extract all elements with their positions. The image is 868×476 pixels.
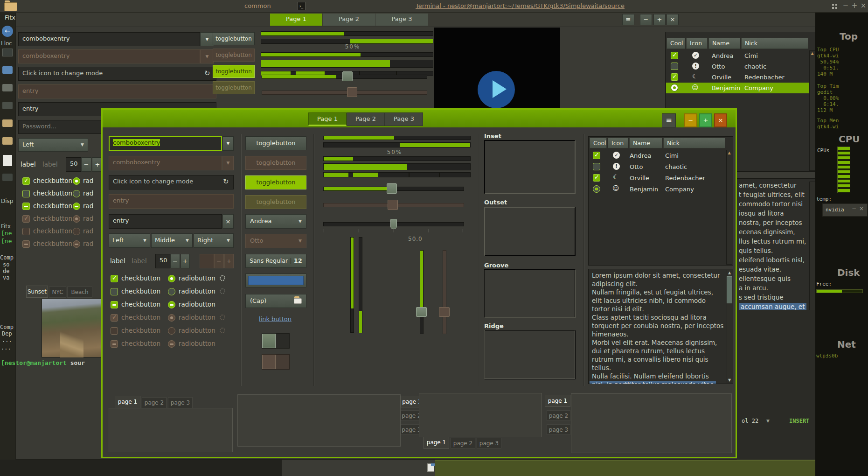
tree-name-2[interactable]: Orville	[630, 175, 649, 182]
radio-indeterminate[interactable]	[168, 301, 175, 308]
fg-combobox-andrea[interactable]: Andrea▼	[245, 214, 306, 229]
text-scrollbar-thumb[interactable]	[727, 276, 732, 303]
bg-tree-header-name[interactable]: Name	[708, 38, 740, 49]
fg-menu-button[interactable]: ≡	[662, 113, 676, 127]
tree-check-1[interactable]	[593, 163, 600, 170]
folder-icon[interactable]	[4, 2, 17, 11]
panel-minimize-icon[interactable]: −	[842, 1, 849, 10]
tree-scrollbar[interactable]	[726, 150, 732, 265]
bg-tree-check-1[interactable]	[671, 63, 678, 70]
sidebar-icon-device[interactable]	[2, 102, 13, 109]
bg-combobox-left[interactable]: Left▼	[18, 138, 88, 152]
bg-tree-scrollbar[interactable]	[809, 50, 815, 171]
switch-handle[interactable]	[262, 334, 276, 348]
notebook4-tab-page3[interactable]: page 3	[547, 424, 570, 435]
scroll-up-icon[interactable]: ▲	[726, 150, 732, 156]
bg-maximize-button[interactable]: +	[653, 14, 666, 25]
workspace-grid-icon[interactable]	[832, 4, 834, 6]
checkbox-indeterminate[interactable]	[22, 203, 30, 210]
radio-unselected[interactable]	[73, 190, 80, 197]
bg-comboboxentry-dropdown[interactable]: ▼	[200, 32, 214, 46]
scroll-down-icon[interactable]: ▼	[727, 378, 732, 383]
fg-spin-plus-button[interactable]: +	[181, 254, 190, 268]
vscale-trough[interactable]	[420, 250, 424, 334]
color-swatch[interactable]	[248, 276, 304, 285]
radio-unselected[interactable]	[168, 288, 175, 295]
scroll-up-icon[interactable]: ▲	[727, 270, 732, 276]
hscale-marks-handle[interactable]	[390, 219, 397, 229]
bg-text-scrollbar[interactable]	[809, 182, 815, 313]
bg-spin-minus-button[interactable]: −	[81, 157, 91, 172]
fg-togglebutton[interactable]: togglebutton	[245, 136, 306, 150]
fg-icon-mode-entry[interactable]: Click icon to change mode	[109, 175, 234, 189]
nvidia-minimize-icon[interactable]: −	[852, 205, 856, 212]
checkbox-indeterminate[interactable]	[111, 301, 118, 308]
nvidia-close-icon[interactable]: ×	[859, 205, 864, 212]
tree-header-name[interactable]: Name	[629, 138, 662, 148]
bg-tab-page3[interactable]: Page 3	[375, 14, 428, 26]
fg-entry[interactable]: entry	[109, 214, 222, 229]
bg-tree-nick-2[interactable]: Redenbacher	[744, 74, 785, 81]
fg-minimize-button[interactable]: −	[684, 113, 697, 127]
checkbox-unchecked[interactable]	[22, 190, 30, 197]
notebook1-tab-page2[interactable]: page 2	[142, 397, 167, 408]
checkbox-checked[interactable]	[111, 275, 118, 282]
bg-tree-name-3[interactable]: Benjamin	[712, 84, 740, 91]
sidebar-icon-folder-tan1[interactable]	[2, 119, 13, 127]
tree-name-1[interactable]: Otto	[630, 163, 643, 170]
play-icon[interactable]	[493, 80, 507, 98]
bg-togglebutton[interactable]: togglebutton	[213, 32, 255, 45]
fg-combobox-middle[interactable]: Middle▼	[151, 233, 193, 248]
fg-tab-page1[interactable]: Page 1	[308, 112, 347, 126]
font-button[interactable]: Sans Regular | 12	[245, 254, 306, 268]
tree-check-2[interactable]	[593, 174, 600, 182]
bg-tree-nick-3[interactable]: Company	[744, 84, 773, 91]
fg-togglebutton-active[interactable]: togglebutton	[245, 175, 306, 189]
scroll-up-icon[interactable]: ▲	[809, 51, 815, 56]
radio-selected[interactable]	[168, 275, 175, 282]
bg-tab-page2[interactable]: Page 2	[323, 14, 375, 26]
tree-name-0[interactable]: Andrea	[630, 152, 651, 159]
bg-tree-header-icon[interactable]: Icon	[686, 38, 708, 49]
checkbox-checked[interactable]	[22, 177, 30, 185]
fg-combobox-right[interactable]: Right▼	[194, 233, 234, 248]
bg-tree-nick-1[interactable]: chaotic	[744, 63, 766, 70]
bg-tree-header-nick[interactable]: Nick	[741, 38, 808, 49]
photo-tab-beach[interactable]: Beach	[67, 287, 92, 298]
filemanager-menu-file[interactable]: Fitx	[5, 14, 15, 21]
bg-tree-name-2[interactable]: Orville	[712, 74, 731, 81]
bg-hscale-handle[interactable]	[342, 71, 353, 81]
fg-tab-page2[interactable]: Page 2	[347, 112, 385, 126]
fg-tab-page3[interactable]: Page 3	[385, 112, 423, 126]
fg-combobox-left[interactable]: Left▼	[109, 233, 150, 248]
panel-app-label[interactable]: common	[244, 2, 271, 9]
switch-on[interactable]	[262, 333, 290, 349]
notebook3-tab-page3[interactable]: page 3	[477, 438, 501, 448]
bg-togglebutton-active[interactable]: togglebutton	[213, 65, 255, 78]
bg-spinbutton-value[interactable]: 50	[66, 157, 81, 172]
hscale-handle[interactable]	[387, 183, 397, 194]
bg-menu-button[interactable]: ≡	[622, 14, 634, 25]
radio-indeterminate[interactable]	[73, 203, 80, 210]
terminal-icon[interactable]: ›_	[297, 2, 306, 10]
panel-maximize-icon[interactable]: +	[851, 1, 858, 10]
sidebar-icon-computer[interactable]	[2, 49, 13, 56]
panel-window-title[interactable]: Terminal - nestor@manjartort:~/Temes/GTK…	[389, 2, 651, 9]
vscale-handle[interactable]	[416, 307, 427, 317]
bg-comboboxentry-input[interactable]: comboboxentry	[18, 32, 200, 46]
bg-tree-header-cool[interactable]: Cool	[667, 38, 685, 49]
radio-selected[interactable]	[73, 177, 80, 185]
bg-tree-name-0[interactable]: Andrea	[712, 52, 733, 59]
sidebar-icon-folder-gray[interactable]	[2, 84, 13, 91]
file-chooser-button[interactable]: (Cap)	[245, 294, 306, 308]
fg-comboboxentry-input[interactable]: comboboxentry	[109, 136, 222, 151]
photo-tab-sunset[interactable]: Sunset	[26, 286, 48, 298]
link-button[interactable]: link button	[259, 315, 292, 322]
bg-tab-page1[interactable]: Page 1	[270, 14, 322, 26]
notebook1-tab-page3[interactable]: page 3	[168, 397, 193, 408]
sidebar-icon-dark[interactable]	[2, 174, 13, 181]
tree-header-icon[interactable]: Icon	[608, 138, 628, 148]
tree-check-0[interactable]	[593, 152, 600, 159]
fg-comboboxentry-dropdown[interactable]: ▼	[222, 136, 234, 151]
tree-nick-0[interactable]: Cimi	[665, 152, 679, 159]
